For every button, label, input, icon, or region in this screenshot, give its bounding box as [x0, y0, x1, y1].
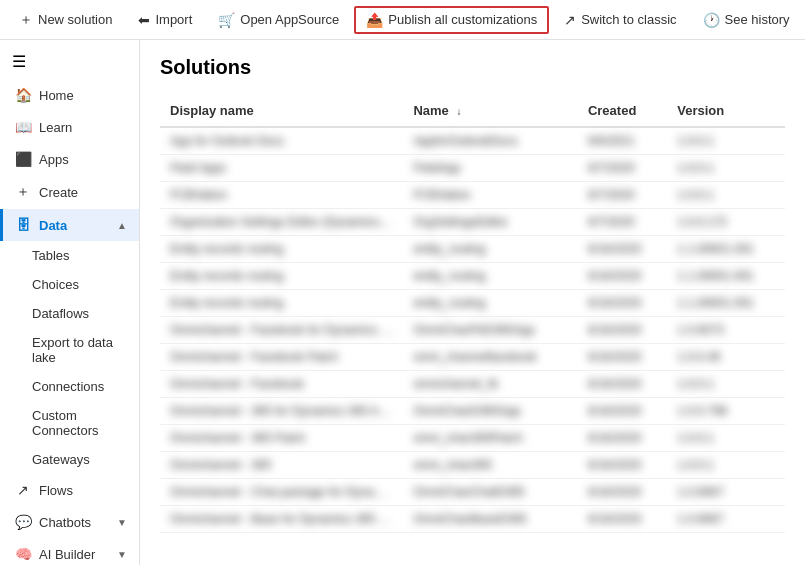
sidebar-item-gateways[interactable]: Gateways	[0, 445, 139, 474]
cell-version: 1.1.00001.001	[667, 290, 785, 317]
cell-version: 1.0.0.1	[667, 127, 785, 155]
create-icon: ＋	[15, 183, 31, 201]
cell-created: 6/7/2020	[578, 209, 667, 236]
sidebar-item-tables[interactable]: Tables	[0, 241, 139, 270]
cell-version: 1.0.0.1	[667, 425, 785, 452]
sidebar-item-ai-builder[interactable]: 🧠 AI Builder ▼	[0, 538, 139, 565]
sidebar-item-connections[interactable]: Connections	[0, 372, 139, 401]
cell-created: 6/16/2020	[578, 236, 667, 263]
cell-display-name: Omnichannel - Facebook for Dynamics 365 …	[160, 317, 403, 344]
cell-created: 6/6/2021	[578, 127, 667, 155]
cell-version: 1.0.0.172	[667, 209, 785, 236]
col-header-name[interactable]: Name ↓	[403, 95, 578, 127]
table-row[interactable]: Omnichannel - 365 for Dynamics 365 Appli…	[160, 398, 785, 425]
new-solution-button[interactable]: ＋ New solution	[8, 6, 123, 34]
table-row[interactable]: FCBVationFCBVation6/7/20201.0.0.1	[160, 182, 785, 209]
table-row[interactable]: Omnichannel - 365 Patchomni_chan365Patch…	[160, 425, 785, 452]
table-row[interactable]: Omnichannel - Facebookomnichannel_fb6/16…	[160, 371, 785, 398]
cell-version: 1.1.00001.001	[667, 263, 785, 290]
ai-builder-icon: 🧠	[15, 546, 31, 562]
see-history-button[interactable]: 🕐 See history	[692, 7, 801, 33]
import-button[interactable]: ⬅ Import	[127, 7, 203, 33]
sidebar-item-learn[interactable]: 📖 Learn	[0, 111, 139, 143]
table-row[interactable]: Entity records routingentity_routing6/16…	[160, 236, 785, 263]
cell-name: OrgSettingsEditor	[403, 209, 578, 236]
sidebar: ☰ 🏠 Home 📖 Learn ⬛ Apps ＋ Create 🗄 Data …	[0, 40, 140, 565]
cell-created: 6/7/2020	[578, 182, 667, 209]
sidebar-item-chatbots[interactable]: 💬 Chatbots ▼	[0, 506, 139, 538]
table-row[interactable]: Field AppsFieldApp6/7/20201.0.0.1	[160, 155, 785, 182]
hamburger-button[interactable]: ☰	[0, 44, 140, 79]
sidebar-item-flows[interactable]: ↗ Flows	[0, 474, 139, 506]
switch-icon: ↗	[564, 12, 576, 28]
cell-name: omni_chan365	[403, 452, 578, 479]
col-header-version[interactable]: Version	[667, 95, 785, 127]
cell-created: 6/16/2020	[578, 506, 667, 533]
cell-created: 6/16/2020	[578, 425, 667, 452]
chatbots-chevron-icon: ▼	[117, 517, 127, 528]
table-row[interactable]: Entity records routingentity_routing6/16…	[160, 263, 785, 290]
sidebar-item-dataflows[interactable]: Dataflows	[0, 299, 139, 328]
col-header-created[interactable]: Created	[578, 95, 667, 127]
cell-display-name: Organization Settings Editor (Dynamics 3…	[160, 209, 403, 236]
sidebar-item-export[interactable]: Export to data lake	[0, 328, 139, 372]
table-row[interactable]: Omnichannel - Facebook for Dynamics 365 …	[160, 317, 785, 344]
apps-icon: ⬛	[15, 151, 31, 167]
cell-name: OmniChanBaseD365	[403, 506, 578, 533]
cell-version: 1.0.0.46	[667, 344, 785, 371]
cell-display-name: Omnichannel - Base for Dynamics 365 Appl…	[160, 506, 403, 533]
cell-display-name: Entity records routing	[160, 263, 403, 290]
sidebar-item-create[interactable]: ＋ Create	[0, 175, 139, 209]
toolbar: ＋ New solution ⬅ Import 🛒 Open AppSource…	[0, 0, 805, 40]
cell-name: OmniChanChatD365	[403, 479, 578, 506]
chatbots-icon: 💬	[15, 514, 31, 530]
table-row[interactable]: Omnichannel - Chat package for Dynamics …	[160, 479, 785, 506]
cell-created: 6/16/2020	[578, 398, 667, 425]
cell-name: FCBVation	[403, 182, 578, 209]
plus-icon: ＋	[19, 11, 33, 29]
learn-icon: 📖	[15, 119, 31, 135]
publish-all-button[interactable]: 📤 Publish all customizations	[354, 6, 549, 34]
sidebar-item-custom-connectors[interactable]: Custom Connectors	[0, 401, 139, 445]
cell-display-name: FCBVation	[160, 182, 403, 209]
sidebar-item-apps[interactable]: ⬛ Apps	[0, 143, 139, 175]
publish-icon: 📤	[366, 12, 383, 28]
cell-display-name: Field Apps	[160, 155, 403, 182]
table-row[interactable]: App for Outlook DocsAppforOutlookDocs6/6…	[160, 127, 785, 155]
sidebar-item-data[interactable]: 🗄 Data ▲	[0, 209, 139, 241]
cell-created: 6/16/2020	[578, 479, 667, 506]
cell-display-name: Omnichannel - Facebook	[160, 371, 403, 398]
cell-name: OmniChanD365App	[403, 398, 578, 425]
cell-display-name: Omnichannel - 365 for Dynamics 365 Appli…	[160, 398, 403, 425]
content-area: Solutions Display name Name ↓ Created Ve…	[140, 40, 805, 565]
page-title: Solutions	[160, 56, 785, 79]
open-appsource-button[interactable]: 🛒 Open AppSource	[207, 7, 350, 33]
table-row[interactable]: Omnichannel - Facebook Patchomni_channel…	[160, 344, 785, 371]
flows-icon: ↗	[15, 482, 31, 498]
main-layout: ☰ 🏠 Home 📖 Learn ⬛ Apps ＋ Create 🗄 Data …	[0, 40, 805, 565]
cell-version: 1.0.6073	[667, 317, 785, 344]
ai-builder-chevron-icon: ▼	[117, 549, 127, 560]
cell-name: omni_channelfacebook	[403, 344, 578, 371]
sort-icon: ↓	[456, 106, 461, 117]
cell-created: 6/16/2020	[578, 263, 667, 290]
cell-version: 1.0.8067	[667, 506, 785, 533]
cell-name: OmniChanFbD365App	[403, 317, 578, 344]
table-row[interactable]: Omnichannel - 365omni_chan3656/16/20201.…	[160, 452, 785, 479]
table-row[interactable]: Organization Settings Editor (Dynamics 3…	[160, 209, 785, 236]
data-icon: 🗄	[15, 217, 31, 233]
cell-display-name: App for Outlook Docs	[160, 127, 403, 155]
cell-name: entity_routing	[403, 236, 578, 263]
switch-classic-button[interactable]: ↗ Switch to classic	[553, 7, 687, 33]
sidebar-item-home[interactable]: 🏠 Home	[0, 79, 139, 111]
cell-version: 1.0.0.1	[667, 452, 785, 479]
sidebar-item-choices[interactable]: Choices	[0, 270, 139, 299]
cell-name: entity_routing	[403, 263, 578, 290]
cell-version: 1.0.8067	[667, 479, 785, 506]
import-icon: ⬅	[138, 12, 150, 28]
cell-created: 6/16/2020	[578, 317, 667, 344]
cell-created: 6/7/2020	[578, 155, 667, 182]
table-row[interactable]: Omnichannel - Base for Dynamics 365 Appl…	[160, 506, 785, 533]
table-row[interactable]: Entity records routingentity_routing6/16…	[160, 290, 785, 317]
col-header-display-name[interactable]: Display name	[160, 95, 403, 127]
